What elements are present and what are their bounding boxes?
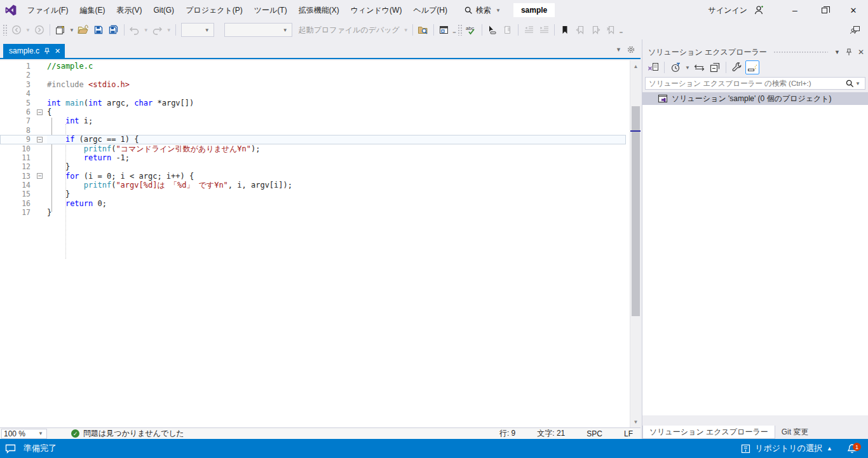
document-health-indicator[interactable]: ✓ 問題は見つかりませんでした	[71, 428, 184, 439]
menu-extensions[interactable]: 拡張機能(X)	[293, 0, 345, 20]
show-all-files-button[interactable]	[745, 60, 759, 74]
toolbar-grip[interactable]	[3, 24, 8, 36]
new-project-dropdown[interactable]: ▼	[68, 27, 76, 33]
notifications-button[interactable]: 1	[843, 439, 862, 458]
tab-solution-explorer[interactable]: ソリューション エクスプローラー	[642, 426, 775, 439]
switch-views-button[interactable]	[646, 60, 660, 74]
collapse-icon[interactable]: −	[37, 137, 43, 142]
line-number[interactable]: 15	[0, 190, 37, 198]
line-number[interactable]: 7	[0, 116, 37, 125]
code-text[interactable]	[47, 71, 626, 80]
select-repository-button[interactable]: リポジトリの選択 ▲	[737, 439, 836, 458]
fold-margin[interactable]: −	[37, 172, 47, 181]
tab-list-dropdown-icon[interactable]: ▼	[616, 46, 621, 53]
toggle-bookmark-button[interactable]	[557, 22, 573, 38]
line-number[interactable]: 17	[0, 208, 37, 217]
menu-edit[interactable]: 編集(E)	[74, 0, 111, 20]
line-number[interactable]: 1	[0, 62, 37, 71]
panel-close-icon[interactable]: ✕	[858, 48, 864, 57]
code-line-9[interactable]: 9− if (argc == 1) {	[0, 135, 626, 144]
scroll-down-icon[interactable]: ▼	[630, 417, 641, 426]
solution-explorer-titlebar[interactable]: ソリューション エクスプローラー ▼ ✕	[642, 45, 868, 59]
find-in-files-button[interactable]	[416, 22, 431, 38]
code-line-4[interactable]: 4	[0, 89, 626, 98]
collapse-icon[interactable]: −	[37, 109, 43, 115]
code-text[interactable]: //sample.c	[47, 62, 626, 71]
feedback-bubble-icon[interactable]	[5, 444, 16, 454]
navigate-cursor-button[interactable]	[485, 22, 500, 38]
filter-dropdown-icon[interactable]: ▼	[684, 65, 691, 71]
code-line-1[interactable]: 1//sample.c	[0, 62, 626, 71]
close-button[interactable]: ✕	[839, 0, 868, 20]
panel-menu-dropdown-icon[interactable]: ▼	[834, 49, 840, 55]
line-number[interactable]: 14	[0, 181, 37, 190]
eol-indicator[interactable]: LF	[624, 429, 633, 438]
menu-help[interactable]: ヘルプ(H)	[407, 0, 453, 20]
next-bookmark-button[interactable]	[588, 22, 603, 38]
code-line-10[interactable]: 10 pritnf("コマンドライン引数がありません¥n");	[0, 144, 626, 153]
debug-target-dropdown[interactable]: ▼	[402, 27, 410, 33]
code-text[interactable]: pritnf("コマンドライン引数がありません¥n");	[47, 144, 626, 153]
debug-target-button[interactable]: 起動プロファイルのデバッグ	[299, 25, 400, 36]
code-text[interactable]: if (argc == 1) {	[47, 135, 626, 144]
solution-tree[interactable]: ソリューション 'sample' (0 個のプロジェクト)	[642, 92, 868, 415]
increase-indent-button[interactable]	[536, 22, 552, 38]
clear-bookmarks-button[interactable]	[603, 22, 618, 38]
code-text[interactable]	[47, 89, 626, 98]
code-line-13[interactable]: 13− for (i = 0; i < argc; i++) {	[0, 172, 626, 181]
spaces-indicator[interactable]: SPC	[587, 429, 602, 438]
close-tab-icon[interactable]: ✕	[55, 47, 60, 55]
platform-combobox[interactable]: ▼	[224, 23, 292, 37]
vertical-scrollbar[interactable]: ▲ ▼	[630, 60, 641, 427]
line-number[interactable]: 9	[0, 135, 37, 144]
undo-dropdown[interactable]: ▼	[142, 27, 150, 33]
line-number[interactable]: 10	[0, 144, 37, 153]
spell-check-button[interactable]: abc	[464, 22, 479, 38]
code-text[interactable]: return -1;	[47, 153, 626, 162]
redo-button[interactable]	[150, 22, 165, 38]
line-number[interactable]: 11	[0, 153, 37, 162]
solution-explorer-toolbar-button[interactable]	[437, 22, 452, 38]
tab-sample-c[interactable]: sample.c ✕	[3, 44, 65, 58]
solution-search-box[interactable]: ソリューション エクスプローラー の検索 (Ctrl+:) ▼	[645, 77, 865, 90]
restore-button[interactable]	[810, 0, 839, 20]
line-indicator[interactable]: 行: 9	[499, 428, 515, 439]
open-file-button[interactable]	[76, 22, 91, 38]
scroll-up-icon[interactable]: ▲	[630, 62, 641, 71]
code-text[interactable]: #include <stdio.h>	[47, 80, 626, 89]
menu-file[interactable]: ファイル(F)	[22, 0, 74, 20]
code-line-15[interactable]: 15 }	[0, 190, 626, 198]
code-text[interactable]: }	[47, 190, 626, 198]
line-number[interactable]: 16	[0, 199, 37, 208]
send-feedback-button[interactable]	[848, 22, 863, 38]
line-number[interactable]: 5	[0, 99, 37, 108]
navigate-forward-button[interactable]	[32, 22, 47, 38]
fold-margin[interactable]: −	[37, 135, 47, 144]
bookmark-overflow-icon[interactable]: ‗	[618, 27, 623, 33]
code-text[interactable]: return 0;	[47, 199, 626, 208]
title-search-button[interactable]: 検索 ▼	[462, 5, 505, 16]
code-line-6[interactable]: 6−{	[0, 108, 626, 116]
code-editor[interactable]: 1//sample.c23#include <stdio.h>45int mai…	[0, 60, 641, 427]
pin-icon[interactable]	[44, 48, 50, 55]
code-line-14[interactable]: 14 pritnf("argv[%d]は 「%d」 です¥n", i, argv…	[0, 181, 626, 190]
save-all-button[interactable]	[106, 22, 121, 38]
menu-view[interactable]: 表示(V)	[111, 0, 147, 20]
sync-with-active-document-button[interactable]	[693, 60, 707, 74]
code-text[interactable]: for (i = 0; i < argc; i++) {	[47, 172, 626, 181]
decrease-indent-button[interactable]	[521, 22, 536, 38]
editor-options-gear-icon[interactable]	[627, 45, 635, 54]
code-line-12[interactable]: 12 }	[0, 162, 626, 171]
project-name-badge[interactable]: sample	[513, 3, 555, 17]
code-text[interactable]	[47, 126, 626, 135]
zoom-selector[interactable]: 100 % ▼	[1, 429, 47, 439]
code-line-2[interactable]: 2	[0, 71, 626, 80]
code-line-11[interactable]: 11 return -1;	[0, 153, 626, 162]
toolbar-overflow-icon[interactable]: ‗	[452, 27, 456, 33]
configuration-combobox[interactable]: ▼	[181, 23, 214, 37]
line-number[interactable]: 13	[0, 172, 37, 181]
menu-tools[interactable]: ツール(T)	[248, 0, 293, 20]
minimize-button[interactable]: –	[780, 0, 810, 20]
line-number[interactable]: 6	[0, 108, 37, 116]
undo-button[interactable]	[127, 22, 142, 38]
